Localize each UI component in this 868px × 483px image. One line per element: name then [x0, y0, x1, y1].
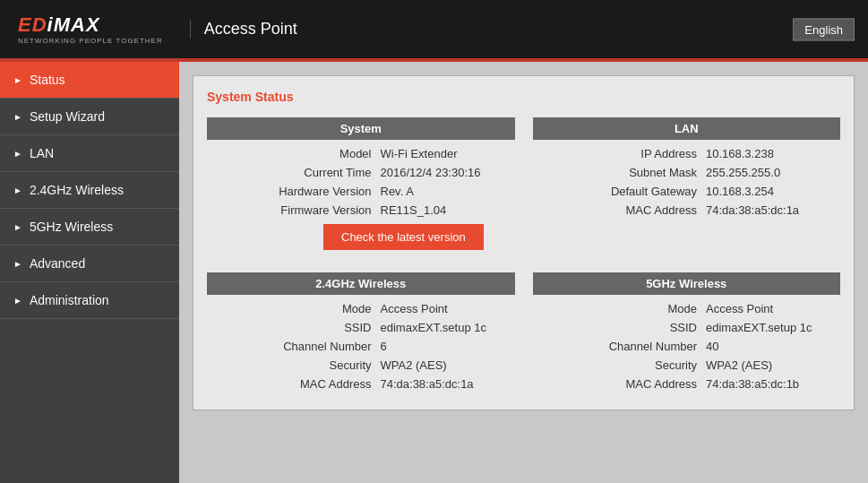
w24-channel-row: Channel Number 6 [207, 340, 515, 353]
w24-channel-label: Channel Number [264, 340, 372, 353]
system-column: System Model Wi-Fi Extender Current Time… [207, 117, 515, 254]
w24-ssid-label: SSID [264, 321, 372, 334]
lan-mac-row: MAC Address 74:da:38:a5:dc:1a [533, 203, 841, 217]
sidebar-item-lan[interactable]: ► LAN [0, 135, 179, 172]
logo-ed: ED [18, 13, 47, 36]
system-time-label: Current Time [264, 166, 372, 179]
logo-area: EDiMAX NETWORKING PEOPLE TOGETHER Access… [13, 9, 297, 49]
lan-mac-value: 74:da:38:a5:dc:1a [706, 203, 840, 217]
logo-box: EDiMAX NETWORKING PEOPLE TOGETHER [13, 9, 168, 49]
arrow-icon-advanced: ► [13, 259, 22, 269]
lan-ip-row: IP Address 10.168.3.238 [533, 147, 841, 160]
system-col-header: System [207, 117, 515, 140]
sidebar: ► Status ► Setup Wizard ► LAN ► 2.4GHz W… [0, 62, 179, 483]
system-time-value: 2016/12/4 23:30:16 [381, 166, 515, 179]
sidebar-label-administration: Administration [30, 293, 109, 307]
sidebar-item-status[interactable]: ► Status [0, 62, 179, 99]
check-latest-version-button[interactable]: Check the latest version [323, 224, 484, 250]
lan-subnet-value: 255.255.255.0 [706, 166, 840, 179]
lan-gateway-value: 10.168.3.254 [706, 185, 840, 198]
w5-ssid-row: SSID edimaxEXT.setup 1c [533, 321, 841, 334]
wireless-24-column: 2.4GHz Wireless Mode Access Point SSID e… [207, 272, 515, 396]
w24-ssid-row: SSID edimaxEXT.setup 1c [207, 321, 515, 334]
w5-channel-row: Channel Number 40 [533, 340, 841, 353]
system-hw-value: Rev. A [381, 185, 515, 198]
lan-gateway-label: Default Gateway [580, 185, 697, 198]
w24-mode-row: Mode Access Point [207, 302, 515, 315]
sidebar-item-setup-wizard[interactable]: ► Setup Wizard [0, 99, 179, 135]
system-hw-label: Hardware Version [264, 185, 372, 198]
system-time-row: Current Time 2016/12/4 23:30:16 [207, 166, 515, 179]
section-title: System Status [207, 90, 840, 104]
w24-mac-value: 74:da:38:a5:dc:1a [381, 377, 515, 391]
lan-column: LAN IP Address 10.168.3.238 Subnet Mask … [533, 117, 841, 254]
arrow-icon-administration: ► [13, 296, 22, 306]
status-top-columns: System Model Wi-Fi Extender Current Time… [207, 117, 840, 254]
w5-mode-row: Mode Access Point [533, 302, 841, 315]
system-status-box: System Status System Model Wi-Fi Extende… [193, 75, 855, 410]
language-button[interactable]: English [793, 18, 855, 40]
system-model-value: Wi-Fi Extender [381, 147, 515, 160]
w24-mode-label: Mode [264, 302, 372, 315]
sidebar-label-lan: LAN [30, 146, 54, 160]
sidebar-label-setup-wizard: Setup Wizard [30, 109, 105, 124]
wireless-24-col-header: 2.4GHz Wireless [207, 272, 515, 295]
wireless-5-col-header: 5GHz Wireless [533, 272, 841, 295]
w5-mode-label: Mode [580, 302, 697, 315]
check-btn-container: Check the latest version [323, 224, 515, 250]
sidebar-label-advanced: Advanced [30, 256, 85, 271]
w5-mac-label: MAC Address [580, 377, 697, 391]
w5-ssid-label: SSID [580, 321, 697, 334]
w5-security-value: WPA2 (AES) [706, 358, 840, 372]
w24-mac-row: MAC Address 74:da:38:a5:dc:1a [207, 377, 515, 391]
w24-security-label: Security [264, 358, 372, 372]
lan-gateway-row: Default Gateway 10.168.3.254 [533, 185, 841, 198]
w5-security-label: Security [580, 358, 697, 372]
system-model-row: Model Wi-Fi Extender [207, 147, 515, 160]
arrow-icon-status: ► [13, 75, 22, 85]
arrow-icon-lan: ► [13, 149, 22, 159]
w24-security-row: Security WPA2 (AES) [207, 358, 515, 372]
sidebar-label-wireless-5: 5GHz Wireless [30, 220, 113, 234]
arrow-icon-setup: ► [13, 112, 22, 122]
sidebar-label-status: Status [30, 73, 65, 87]
sidebar-item-administration[interactable]: ► Administration [0, 282, 179, 319]
lan-col-header: LAN [533, 117, 841, 140]
wireless-5-column: 5GHz Wireless Mode Access Point SSID edi… [533, 272, 841, 396]
arrow-icon-wireless-24: ► [13, 185, 22, 195]
sidebar-label-wireless-24: 2.4GHz Wireless [30, 183, 124, 197]
logo-imax: iMAX [47, 13, 100, 36]
system-hw-row: Hardware Version Rev. A [207, 185, 515, 198]
wireless-columns: 2.4GHz Wireless Mode Access Point SSID e… [207, 272, 840, 396]
system-fw-value: RE11S_1.04 [381, 203, 515, 217]
w5-security-row: Security WPA2 (AES) [533, 358, 841, 372]
system-fw-label: Firmware Version [264, 203, 372, 217]
w24-channel-value: 6 [381, 340, 515, 353]
w5-ssid-value: edimaxEXT.setup 1c [706, 321, 840, 334]
lan-subnet-label: Subnet Mask [580, 166, 697, 179]
arrow-icon-wireless-5: ► [13, 222, 22, 232]
lan-mac-label: MAC Address [580, 203, 697, 217]
system-model-label: Model [264, 147, 372, 160]
w5-mode-value: Access Point [706, 302, 840, 315]
w5-channel-value: 40 [706, 340, 840, 353]
header-title: Access Point [190, 20, 297, 39]
header: EDiMAX NETWORKING PEOPLE TOGETHER Access… [0, 0, 868, 58]
w24-security-value: WPA2 (AES) [381, 358, 515, 372]
sidebar-item-wireless-5[interactable]: ► 5GHz Wireless [0, 209, 179, 246]
logo-edimax: EDiMAX [18, 13, 163, 37]
system-fw-row: Firmware Version RE11S_1.04 [207, 203, 515, 217]
sidebar-item-wireless-24[interactable]: ► 2.4GHz Wireless [0, 172, 179, 209]
content-area: System Status System Model Wi-Fi Extende… [179, 62, 868, 483]
w24-mode-value: Access Point [381, 302, 515, 315]
w24-mac-label: MAC Address [264, 377, 372, 391]
sidebar-item-advanced[interactable]: ► Advanced [0, 246, 179, 282]
logo-tagline: NETWORKING PEOPLE TOGETHER [18, 37, 163, 45]
lan-subnet-row: Subnet Mask 255.255.255.0 [533, 166, 841, 179]
w24-ssid-value: edimaxEXT.setup 1c [381, 321, 515, 334]
w5-channel-label: Channel Number [580, 340, 697, 353]
lan-ip-value: 10.168.3.238 [706, 147, 840, 160]
lan-ip-label: IP Address [580, 147, 697, 160]
w5-mac-value: 74:da:38:a5:dc:1b [706, 377, 840, 391]
w5-mac-row: MAC Address 74:da:38:a5:dc:1b [533, 377, 841, 391]
